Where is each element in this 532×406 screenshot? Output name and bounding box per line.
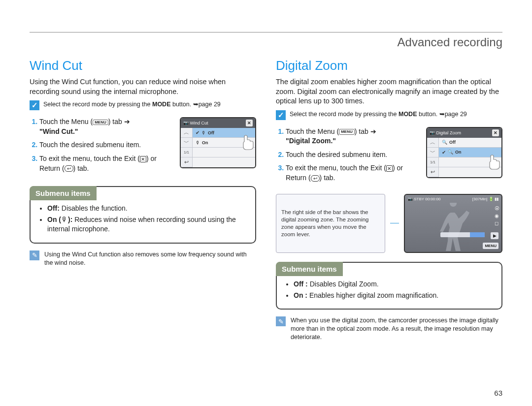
check-icon: ✓ bbox=[276, 110, 286, 120]
dz-sm-off: Off : Disables Digital Zoom. bbox=[294, 280, 494, 289]
note-icon: ✎ bbox=[276, 316, 286, 326]
play-icon: ▶ bbox=[491, 232, 499, 239]
return-icon: ↩ bbox=[65, 165, 73, 172]
dz-screenshot: 📷 Digital Zoom ✕ ︿ ﹀ 1/1 ↩ 🔍 Off bbox=[426, 127, 502, 178]
windcut-sm-off: Off: Disables the function. bbox=[47, 204, 247, 213]
dz-step1: Touch the Menu (MENU) tab ➔ "Digital Zoo… bbox=[286, 127, 420, 146]
check-icon: ✓ bbox=[30, 100, 39, 110]
rec-icon: ⦿ bbox=[495, 206, 499, 211]
page-icon: 1/1 bbox=[427, 157, 438, 167]
dz-step3: To exit the menu, touch the Exit (✕) or … bbox=[286, 163, 420, 183]
ss-close-icon: ✕ bbox=[246, 120, 253, 126]
page-number: 63 bbox=[494, 389, 502, 397]
down-icon: ﹀ bbox=[181, 138, 192, 148]
submenu-label: Submenu items bbox=[276, 262, 343, 276]
windcut-precheck: ✓ Select the record mode by pressing the… bbox=[30, 100, 256, 110]
wind-icon: 🎙 bbox=[61, 216, 68, 223]
ss-close-icon: ✕ bbox=[492, 129, 499, 136]
windcut-column: Wind Cut Using the Wind Cut function, yo… bbox=[30, 58, 256, 342]
check-mark-icon: ✔ bbox=[196, 130, 200, 135]
dancer-silhouette-icon bbox=[431, 203, 475, 252]
preview-menu-button: MENU bbox=[483, 243, 499, 249]
dz-sm-on: On : Enables higher digital zoom magnifi… bbox=[294, 291, 494, 300]
ss-row-off: 🔍 Off bbox=[439, 138, 501, 148]
precheck-text-b: button. ➥page 29 bbox=[170, 101, 220, 108]
return-icon: ↩ bbox=[311, 175, 320, 182]
dz-note: ✎ When you use the digital zoom, the cam… bbox=[276, 316, 502, 342]
connector-line bbox=[390, 194, 399, 253]
windcut-note: ✎ Using the Wind Cut function also remov… bbox=[30, 250, 256, 267]
menu-icon: MENU bbox=[339, 129, 355, 135]
menu-icon: MENU bbox=[93, 120, 108, 125]
windcut-screenshot: 📷 Wind Cut ✕ ︿ ﹀ 1/1 ↩ ✔ 🎙 Off bbox=[180, 117, 256, 168]
ss-row-on: 🎙 On bbox=[193, 138, 255, 148]
windcut-step2: Touch the desired submenu item. bbox=[39, 140, 174, 150]
return-btn-icon: ↩ bbox=[427, 167, 438, 177]
up-icon: ︿ bbox=[427, 138, 438, 148]
photo-icon: ◉ bbox=[495, 213, 499, 219]
windcut-intro: Using the Wind Cut function, you can red… bbox=[30, 77, 256, 96]
windcut-step1: Touch the Menu (MENU) tab ➔ "Wind Cut." bbox=[39, 117, 174, 136]
close-icon: ✕ bbox=[386, 165, 393, 172]
submenu-label: Submenu items bbox=[30, 186, 97, 200]
windcut-steps: Touch the Menu (MENU) tab ➔ "Wind Cut." … bbox=[30, 117, 174, 177]
return-btn-icon: ↩ bbox=[181, 157, 192, 167]
dz-preview-screen: 📷 STBY 00:00:00 [307Min] 🔋 ▮▮ ⦿ ◉ ◻ ▶ ME… bbox=[404, 194, 502, 253]
close-icon: ✕ bbox=[140, 156, 146, 162]
digitalzoom-column: Digital Zoom The digital zoom enables hi… bbox=[276, 58, 502, 342]
dz-precheck: ✓ Select the record mode by pressing the… bbox=[276, 110, 502, 120]
dz-zoom-note: The right side of the bar shows the digi… bbox=[276, 194, 385, 253]
page-icon: 1/1 bbox=[181, 148, 192, 157]
preview-top-bar: 📷 STBY 00:00:00 [307Min] 🔋 ▮▮ bbox=[408, 197, 499, 201]
preview-right-icons: ⦿ ◉ ◻ bbox=[495, 206, 499, 226]
ss-title: Digital Zoom bbox=[436, 130, 462, 135]
zoom-bar bbox=[440, 232, 485, 237]
up-icon: ︿ bbox=[181, 128, 192, 138]
down-icon: ﹀ bbox=[427, 148, 438, 157]
ss-row-off: ✔ 🎙 Off bbox=[193, 128, 255, 138]
dz-steps: Touch the Menu (MENU) tab ➔ "Digital Zoo… bbox=[276, 127, 420, 187]
dz-heading: Digital Zoom bbox=[276, 58, 502, 73]
windcut-submenu-box: Submenu items Off: Disables the function… bbox=[30, 186, 256, 244]
dz-step2: Touch the desired submenu item. bbox=[286, 150, 420, 160]
chapter-title: Advanced recording bbox=[30, 35, 502, 49]
note-icon: ✎ bbox=[30, 250, 39, 260]
ss-title: Wind Cut bbox=[190, 121, 208, 125]
wide-icon: ◻ bbox=[495, 220, 499, 226]
windcut-sm-on: On (🎙): Reduces wind noise when recordin… bbox=[47, 215, 247, 234]
dz-submenu-box: Submenu items Off : Disables Digital Zoo… bbox=[276, 262, 502, 310]
dz-intro: The digital zoom enables higher zoom mag… bbox=[276, 77, 502, 106]
windcut-heading: Wind Cut bbox=[30, 58, 256, 73]
mode-label: MODE bbox=[152, 101, 171, 108]
ss-row-on: ✔ 🔍 On bbox=[439, 148, 501, 157]
precheck-text-a: Select the record mode by pressing the bbox=[43, 101, 152, 108]
header-rule bbox=[30, 32, 502, 32]
windcut-step3: To exit the menu, touch the Exit (✕) or … bbox=[39, 154, 174, 173]
check-mark-icon: ✔ bbox=[442, 150, 446, 155]
